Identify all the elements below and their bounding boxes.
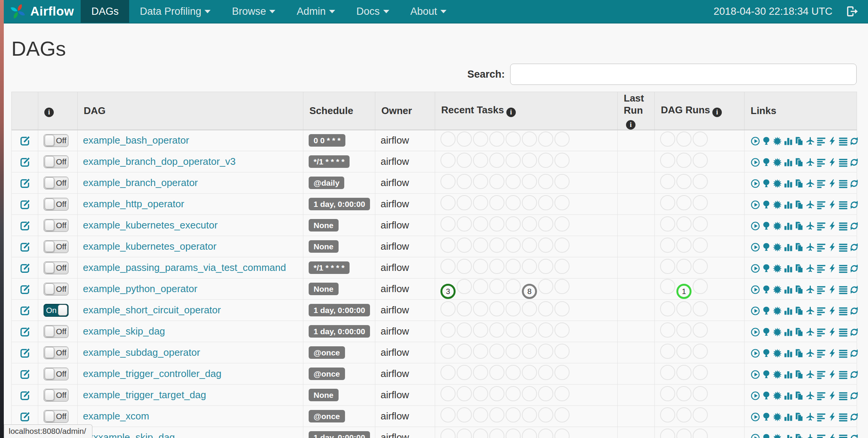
nav-item-dags[interactable]: DAGs — [81, 0, 129, 23]
logs-icon[interactable] — [838, 177, 848, 189]
state-circle[interactable] — [693, 153, 708, 168]
state-circle[interactable] — [554, 195, 570, 210]
state-circle[interactable] — [693, 429, 708, 438]
state-circle[interactable] — [660, 279, 675, 294]
dag-link[interactable]: example_http_operator — [83, 198, 184, 210]
state-circle[interactable] — [440, 344, 456, 359]
code-view-icon[interactable] — [827, 325, 837, 337]
state-circle[interactable] — [522, 216, 537, 232]
refresh-icon[interactable] — [849, 389, 859, 401]
graph-view-icon[interactable] — [773, 219, 782, 231]
state-circle[interactable] — [506, 386, 521, 401]
trigger-dag-icon[interactable] — [751, 198, 760, 210]
landing-times-icon[interactable] — [806, 347, 815, 358]
trigger-dag-icon[interactable] — [751, 325, 760, 337]
state-circle[interactable] — [473, 238, 488, 253]
state-circle[interactable] — [660, 174, 675, 189]
state-circle[interactable] — [440, 407, 456, 422]
state-circle[interactable] — [693, 174, 708, 189]
graph-view-icon[interactable] — [773, 368, 782, 380]
schedule-badge[interactable]: 0 0 * * * — [309, 134, 345, 147]
state-circle[interactable] — [676, 174, 692, 189]
dag-pause-toggle[interactable]: Off — [44, 389, 69, 402]
graph-view-icon[interactable] — [773, 410, 782, 422]
logout-icon[interactable] — [845, 5, 858, 18]
nav-item-about[interactable]: About — [400, 0, 457, 23]
state-circle[interactable] — [676, 429, 692, 438]
task-tries-icon[interactable] — [795, 283, 804, 295]
dag-link[interactable]: example_branch_dop_operator_v3 — [83, 156, 236, 167]
logs-icon[interactable] — [838, 347, 848, 358]
dag-link[interactable]: example_skip_dag — [83, 325, 165, 337]
state-circle[interactable] — [554, 259, 570, 274]
state-circle[interactable] — [473, 429, 488, 438]
dag-pause-toggle[interactable]: Off — [44, 283, 69, 296]
dag-link[interactable]: example_trigger_controller_dag — [83, 368, 222, 379]
task-tries-icon[interactable] — [795, 389, 804, 401]
logs-icon[interactable] — [838, 368, 848, 380]
schedule-badge[interactable]: 1 day, 0:00:00 — [309, 198, 370, 210]
state-circle[interactable] — [489, 153, 504, 168]
state-circle[interactable] — [554, 131, 570, 147]
dag-pause-toggle[interactable]: Off — [44, 198, 69, 211]
logs-icon[interactable] — [838, 241, 848, 252]
state-circle[interactable] — [522, 344, 537, 359]
dag-pause-toggle[interactable]: Off — [44, 368, 69, 380]
refresh-icon[interactable] — [849, 432, 859, 438]
state-circle[interactable] — [440, 131, 456, 147]
logs-icon[interactable] — [838, 262, 848, 274]
nav-item-admin[interactable]: Admin — [286, 0, 346, 23]
graph-view-icon[interactable] — [773, 325, 782, 337]
state-circle[interactable] — [554, 153, 570, 168]
state-circle[interactable] — [506, 153, 521, 168]
task-tries-icon[interactable] — [795, 410, 804, 422]
state-circle[interactable] — [676, 407, 692, 422]
task-tries-icon[interactable] — [795, 325, 804, 337]
gantt-view-icon[interactable] — [816, 262, 826, 274]
state-circle[interactable] — [693, 131, 708, 147]
task-tries-icon[interactable] — [795, 135, 804, 146]
landing-times-icon[interactable] — [806, 135, 815, 146]
tree-view-icon[interactable] — [762, 156, 771, 167]
state-circle[interactable] — [538, 429, 553, 438]
task-tries-icon[interactable] — [795, 368, 804, 380]
landing-times-icon[interactable] — [806, 325, 815, 337]
state-circle[interactable] — [457, 259, 472, 274]
dag-link[interactable]: example_passing_params_via_test_command — [83, 262, 286, 273]
graph-view-icon[interactable] — [773, 262, 782, 274]
trigger-dag-icon[interactable] — [751, 432, 760, 438]
state-circle[interactable] — [489, 344, 504, 359]
state-circle[interactable] — [489, 301, 504, 316]
task-duration-icon[interactable] — [784, 262, 793, 274]
state-circle[interactable] — [457, 365, 472, 380]
refresh-icon[interactable] — [849, 135, 859, 146]
code-view-icon[interactable] — [827, 156, 837, 167]
state-circle[interactable] — [538, 407, 553, 422]
dag-pause-toggle[interactable]: Off — [44, 134, 69, 147]
landing-times-icon[interactable] — [806, 219, 815, 231]
state-circle[interactable] — [489, 174, 504, 189]
state-circle[interactable]: 3 — [440, 284, 456, 299]
state-circle[interactable] — [676, 344, 692, 359]
state-circle[interactable] — [457, 174, 472, 189]
landing-times-icon[interactable] — [806, 198, 815, 210]
task-duration-icon[interactable] — [784, 410, 793, 422]
state-circle[interactable] — [554, 279, 570, 294]
state-circle[interactable] — [506, 301, 521, 316]
edit-dag-icon[interactable] — [19, 155, 31, 167]
state-circle[interactable] — [538, 344, 553, 359]
state-circle[interactable] — [522, 386, 537, 401]
state-circle[interactable] — [506, 238, 521, 253]
state-circle[interactable] — [522, 238, 537, 253]
state-circle[interactable] — [538, 259, 553, 274]
state-circle[interactable] — [676, 365, 692, 380]
dag-link[interactable]: example_kubernetes_operator — [83, 241, 217, 252]
state-circle[interactable] — [457, 238, 472, 253]
state-circle[interactable] — [676, 216, 692, 232]
landing-times-icon[interactable] — [806, 389, 815, 401]
edit-dag-icon[interactable] — [19, 219, 31, 230]
logs-icon[interactable] — [838, 135, 848, 146]
task-duration-icon[interactable] — [784, 389, 793, 401]
graph-view-icon[interactable] — [773, 156, 782, 167]
dag-link[interactable]: example_branch_operator — [83, 177, 198, 188]
